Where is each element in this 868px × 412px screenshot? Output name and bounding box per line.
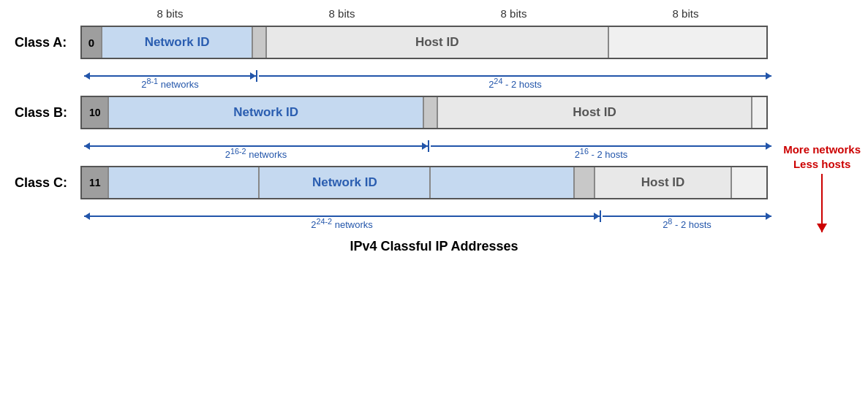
class-b-divider — [424, 97, 438, 128]
annotation-text: More networks Less hosts — [783, 142, 861, 171]
class-b-net-label: 216-2 networks — [84, 147, 428, 160]
class-c-prefix: 11 — [82, 167, 109, 198]
red-arrow-icon — [821, 174, 823, 232]
class-c-bar: 11 Network ID Host ID — [80, 166, 768, 199]
class-a-bar: 0 Network ID Host ID — [80, 26, 768, 59]
bit-label-1: 8 bits — [84, 7, 256, 20]
class-b-host-id: Host ID — [438, 97, 753, 128]
bit-label-3: 8 bits — [428, 7, 600, 20]
annotation-line2: Less hosts — [793, 158, 850, 170]
class-c-host-ext — [732, 167, 766, 198]
class-c-seg3 — [431, 167, 575, 198]
class-b-prefix: 10 — [82, 97, 109, 128]
class-b-bar-row: Class B: 10 Network ID Host ID — [15, 96, 853, 129]
class-a-net-arrow: 28-1 networks — [84, 62, 256, 90]
class-b-section: Class B: 10 Network ID Host ID 216-2 net… — [15, 96, 853, 160]
class-c-label: Class C: — [15, 175, 80, 191]
class-b-label: Class B: — [15, 105, 80, 121]
class-a-arrows: 28-1 networks 224 - 2 hosts — [84, 62, 771, 90]
class-a-network-id: Network ID — [102, 27, 253, 58]
class-a-net-label: 28-1 networks — [84, 77, 256, 90]
class-b-host-label: 216 - 2 hosts — [431, 147, 771, 160]
page-title: IPv4 Classful IP Addresses — [15, 239, 853, 254]
class-c-divider — [575, 167, 595, 198]
class-b-network-id: Network ID — [109, 97, 424, 128]
class-c-network-id: Network ID — [260, 167, 431, 198]
right-annotation: More networks Less hosts — [783, 142, 861, 232]
class-a-host-label: 224 - 2 hosts — [259, 77, 771, 90]
class-b-bar: 10 Network ID Host ID — [80, 96, 768, 129]
class-a-host-arrow: 224 - 2 hosts — [259, 62, 771, 90]
class-a-bar-row: Class A: 0 Network ID Host ID — [15, 26, 853, 59]
bit-labels-row: 8 bits 8 bits 8 bits 8 bits — [84, 7, 771, 20]
class-c-seg1 — [109, 167, 260, 198]
class-b-host-arrow: 216 - 2 hosts — [431, 132, 771, 160]
class-a-section: Class A: 0 Network ID Host ID — [15, 26, 853, 90]
class-a-host-ext — [609, 27, 766, 58]
class-c-host-label: 28 - 2 hosts — [603, 217, 771, 230]
class-c-host-arrow: 28 - 2 hosts — [603, 202, 771, 230]
class-b-arrows: 216-2 networks 216 - 2 hosts — [84, 132, 771, 160]
main-container: 8 bits 8 bits 8 bits 8 bits Class A: 0 N… — [0, 0, 868, 262]
class-c-host-id: Host ID — [595, 167, 732, 198]
class-c-arrows: 224-2 networks 28 - 2 hosts — [84, 202, 771, 230]
bit-label-4: 8 bits — [600, 7, 771, 20]
class-b-host-ext — [752, 97, 766, 128]
class-c-net-label: 224-2 networks — [84, 217, 600, 230]
class-a-prefix: 0 — [82, 27, 102, 58]
class-b-net-arrow: 216-2 networks — [84, 132, 428, 160]
class-a-host-id: Host ID — [267, 27, 609, 58]
class-c-section: Class C: 11 Network ID Host ID — [15, 166, 853, 230]
class-a-label: Class A: — [15, 35, 80, 50]
bit-label-2: 8 bits — [256, 7, 428, 20]
class-c-net-arrow: 224-2 networks — [84, 202, 600, 230]
annotation-line1: More networks — [783, 143, 861, 156]
class-a-divider — [253, 27, 267, 58]
class-c-bar-row: Class C: 11 Network ID Host ID — [15, 166, 853, 199]
